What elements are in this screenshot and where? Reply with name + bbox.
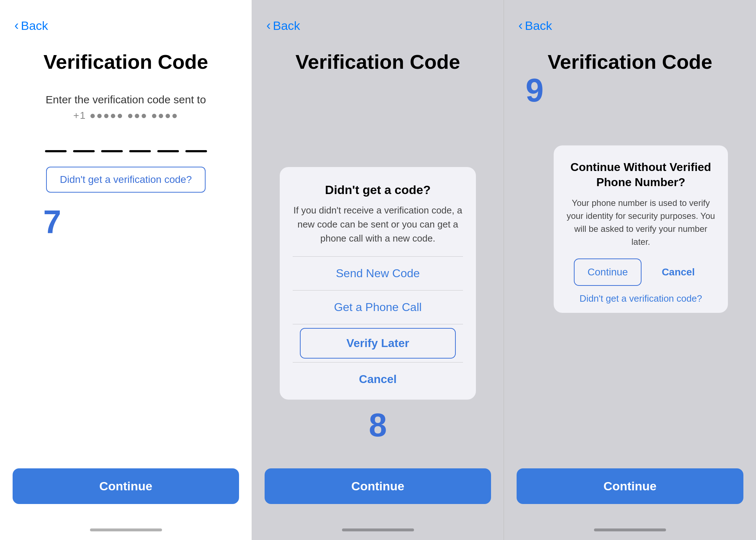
didnt-get-link-3[interactable]: Didn't get a verification code? <box>580 293 702 304</box>
dash-2 <box>73 150 95 152</box>
dash-3 <box>101 150 123 152</box>
back-chevron-icon-1: ‹ <box>14 18 19 33</box>
modal-subtitle-2: If you didn't receive a verification cod… <box>293 203 463 246</box>
back-label-1: Back <box>21 19 48 33</box>
title-1: Verification Code <box>44 50 208 73</box>
dash-6 <box>185 150 207 152</box>
phone-number-1: +1 ●●●●● ●●● ●●●● <box>73 110 178 121</box>
back-label-3: Back <box>525 19 552 33</box>
verify-later-button[interactable]: Verify Later <box>300 328 456 359</box>
step-number-1: 7 <box>43 203 61 240</box>
modal-title-3: Continue Without Verified Phone Number? <box>565 160 716 190</box>
dash-5 <box>157 150 179 152</box>
title-3: Verification Code <box>548 50 712 73</box>
dash-4 <box>129 150 151 152</box>
home-indicator-2 <box>342 528 414 531</box>
back-button-2[interactable]: ‹ Back <box>266 18 300 33</box>
panel-2: ‹ Back Verification Code Didn't get a co… <box>252 0 504 540</box>
cancel-button-3[interactable]: Cancel <box>649 258 708 286</box>
home-indicator-1 <box>90 528 162 531</box>
send-new-code-button[interactable]: Send New Code <box>293 257 463 290</box>
modal-actions-row-3: Continue Cancel <box>565 258 716 286</box>
back-chevron-icon-3: ‹ <box>518 18 523 33</box>
step-number-3: 9 <box>526 72 544 109</box>
continue-without-modal: Continue Without Verified Phone Number? … <box>554 145 728 312</box>
subtitle-1: Enter the verification code sent to <box>46 91 206 108</box>
continue-button-3[interactable]: Continue <box>517 468 743 504</box>
continue-without-button[interactable]: Continue <box>574 258 642 286</box>
continue-button-1[interactable]: Continue <box>13 468 239 504</box>
cancel-button-2[interactable]: Cancel <box>293 363 463 396</box>
get-phone-call-button[interactable]: Get a Phone Call <box>293 291 463 324</box>
panel-1: ‹ Back Verification Code Enter the verif… <box>0 0 252 540</box>
back-label-2: Back <box>273 19 300 33</box>
didnt-get-modal: Didn't get a code? If you didn't receive… <box>280 167 476 400</box>
continue-button-2[interactable]: Continue <box>265 468 491 504</box>
panel-3: ‹ Back Verification Code 9 Continue With… <box>504 0 756 540</box>
divider-2c <box>293 324 463 324</box>
modal-subtitle-3: Your phone number is used to verify your… <box>565 197 716 248</box>
dash-1 <box>45 150 67 152</box>
title-2: Verification Code <box>296 50 460 73</box>
back-button-1[interactable]: ‹ Back <box>14 18 48 33</box>
didnt-get-button-1[interactable]: Didn't get a verification code? <box>46 167 205 193</box>
code-dashes-1 <box>45 150 207 152</box>
back-chevron-icon-2: ‹ <box>266 18 271 33</box>
back-button-3[interactable]: ‹ Back <box>518 18 552 33</box>
modal-title-2: Didn't get a code? <box>325 183 431 197</box>
step-number-2: 8 <box>369 407 387 444</box>
home-indicator-3 <box>594 528 666 531</box>
